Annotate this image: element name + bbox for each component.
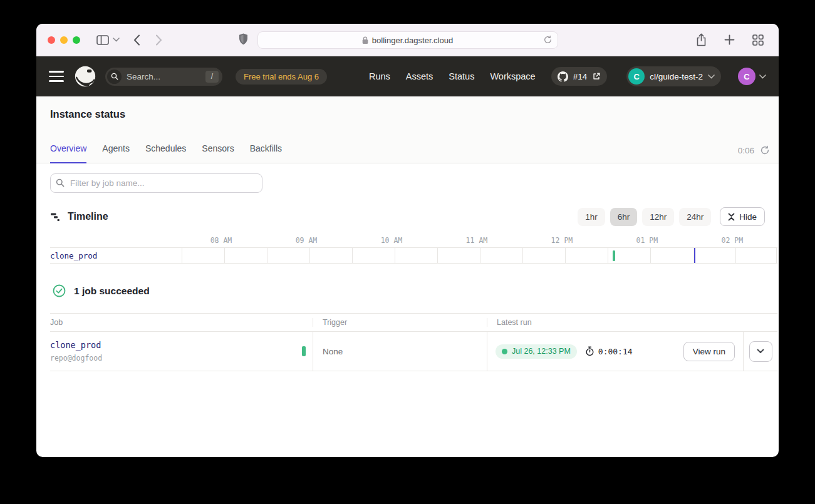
range-button-6hr[interactable]: 6hr bbox=[610, 208, 638, 226]
minimize-window-button[interactable] bbox=[60, 36, 68, 44]
desktop-backdrop: bollinger.dagster.cloud bbox=[0, 0, 815, 504]
hide-label: Hide bbox=[739, 212, 757, 222]
sidebar-chevron-button[interactable] bbox=[113, 38, 120, 42]
refresh-countdown: 0:06 bbox=[738, 146, 754, 155]
gridline bbox=[776, 248, 777, 263]
time-range-buttons: 1hr6hr12hr24hr Hide bbox=[578, 207, 765, 226]
chevron-down-icon bbox=[759, 75, 766, 79]
col-header-latest-run: Latest run bbox=[487, 318, 743, 327]
nav-link-workspace[interactable]: Workspace bbox=[490, 71, 535, 81]
gridline bbox=[735, 248, 736, 263]
dagster-logo[interactable] bbox=[73, 64, 97, 88]
address-bar[interactable]: bollinger.dagster.cloud bbox=[257, 31, 558, 49]
global-search-input[interactable]: Search... / bbox=[105, 68, 222, 86]
axis-label: 11 AM bbox=[466, 236, 488, 245]
gridline bbox=[565, 248, 566, 263]
free-trial-badge[interactable]: Free trial ends Aug 6 bbox=[236, 69, 327, 85]
share-icon[interactable] bbox=[696, 33, 707, 46]
browser-window: bollinger.dagster.cloud bbox=[36, 24, 779, 457]
tab-backfills[interactable]: Backfills bbox=[250, 137, 282, 163]
page-content: Timeline 1hr6hr12hr24hr Hide 08 AM09 AM1… bbox=[36, 173, 779, 371]
github-pr-button[interactable]: #14 bbox=[551, 67, 608, 86]
latest-run-badge[interactable]: Jul 26, 12:33 PM bbox=[496, 344, 577, 359]
chevron-down-icon bbox=[757, 349, 764, 354]
hamburger-menu-icon[interactable] bbox=[49, 71, 64, 82]
gridline bbox=[395, 248, 395, 263]
job-filter-input[interactable] bbox=[50, 173, 262, 193]
check-circle-icon bbox=[53, 284, 66, 297]
deployment-name: cl/guide-test-2 bbox=[650, 72, 703, 81]
gridline bbox=[480, 248, 480, 263]
gridline bbox=[182, 248, 182, 263]
refresh-icon[interactable] bbox=[760, 145, 770, 155]
gridline bbox=[352, 248, 353, 263]
range-button-12hr[interactable]: 12hr bbox=[642, 208, 674, 226]
tab-overview[interactable]: Overview bbox=[50, 137, 86, 163]
stopwatch-icon bbox=[585, 346, 594, 356]
table-header: Job Trigger Latest run bbox=[50, 313, 777, 332]
chevron-down-icon bbox=[708, 75, 715, 79]
view-run-button[interactable]: View run bbox=[683, 342, 735, 361]
gridline bbox=[267, 248, 267, 263]
summary-text: 1 job succeeded bbox=[74, 285, 150, 297]
gridline bbox=[608, 248, 608, 263]
job-repo-label: repo@dogfood bbox=[50, 354, 102, 363]
timeline-axis: 08 AM09 AM10 AM11 AM12 PM01 PM02 PM bbox=[182, 235, 777, 247]
tabs-row: OverviewAgentsSchedulesSensorsBackfills … bbox=[36, 137, 779, 163]
timeline-icon bbox=[50, 212, 61, 222]
forward-button[interactable] bbox=[155, 34, 162, 46]
app-top-nav: Search... / Free trial ends Aug 6 RunsAs… bbox=[36, 56, 779, 96]
jobs-table: Job Trigger Latest run clone_prod repo@d… bbox=[50, 313, 777, 371]
tab-schedules[interactable]: Schedules bbox=[145, 137, 186, 163]
gridline bbox=[650, 248, 651, 263]
row-expand-button[interactable] bbox=[749, 341, 772, 362]
deployment-switcher[interactable]: C cl/guide-test-2 bbox=[626, 66, 721, 86]
search-icon bbox=[107, 69, 122, 84]
sidebar-toggle-button[interactable] bbox=[96, 35, 109, 45]
col-header-job: Job bbox=[50, 318, 313, 327]
timeline-row-label[interactable]: clone_prod bbox=[50, 248, 182, 263]
job-name-link[interactable]: clone_prod bbox=[50, 340, 102, 350]
nav-links: RunsAssetsStatusWorkspace bbox=[369, 71, 536, 81]
latest-run-time: Jul 26, 12:33 PM bbox=[512, 347, 571, 356]
axis-label: 08 AM bbox=[210, 236, 232, 245]
lock-icon bbox=[362, 36, 368, 44]
privacy-shield-icon[interactable] bbox=[238, 33, 249, 46]
jobs-summary: 1 job succeeded bbox=[53, 284, 765, 297]
range-button-24hr[interactable]: 24hr bbox=[679, 208, 711, 226]
close-window-button[interactable] bbox=[48, 36, 55, 44]
gridline bbox=[224, 248, 225, 263]
user-menu[interactable]: C bbox=[738, 68, 766, 85]
search-icon bbox=[56, 178, 65, 190]
run-marker[interactable] bbox=[613, 250, 615, 261]
window-controls bbox=[48, 36, 80, 44]
tab-overview-icon[interactable] bbox=[752, 34, 764, 46]
tab-agents[interactable]: Agents bbox=[102, 137, 130, 163]
axis-label: 09 AM bbox=[296, 236, 318, 245]
axis-label: 10 AM bbox=[381, 236, 403, 245]
zoom-window-button[interactable] bbox=[73, 36, 80, 44]
gridline bbox=[309, 248, 310, 263]
hide-timeline-button[interactable]: Hide bbox=[720, 207, 765, 226]
org-avatar: C bbox=[628, 68, 645, 85]
axis-label: 02 PM bbox=[722, 236, 744, 245]
run-duration: 0:00:14 bbox=[598, 347, 633, 356]
col-header-trigger: Trigger bbox=[313, 318, 487, 327]
nav-link-runs[interactable]: Runs bbox=[369, 71, 390, 81]
nav-link-status[interactable]: Status bbox=[449, 71, 474, 81]
timeline-title: Timeline bbox=[68, 211, 108, 222]
external-link-icon bbox=[592, 72, 601, 81]
browser-toolbar: bollinger.dagster.cloud bbox=[36, 24, 779, 56]
new-tab-icon[interactable] bbox=[724, 34, 735, 45]
page-reload-icon[interactable] bbox=[543, 35, 553, 44]
gridline bbox=[522, 248, 523, 263]
page-header: Instance status OverviewAgentsSchedulesS… bbox=[36, 96, 779, 163]
tab-sensors[interactable]: Sensors bbox=[202, 137, 234, 163]
search-placeholder: Search... bbox=[127, 72, 160, 81]
range-button-1hr[interactable]: 1hr bbox=[578, 208, 605, 226]
axis-label: 01 PM bbox=[636, 236, 658, 245]
job-run-status-bar[interactable] bbox=[302, 346, 306, 356]
back-button[interactable] bbox=[133, 34, 140, 46]
nav-link-assets[interactable]: Assets bbox=[406, 71, 433, 81]
axis-label: 12 PM bbox=[551, 236, 573, 245]
